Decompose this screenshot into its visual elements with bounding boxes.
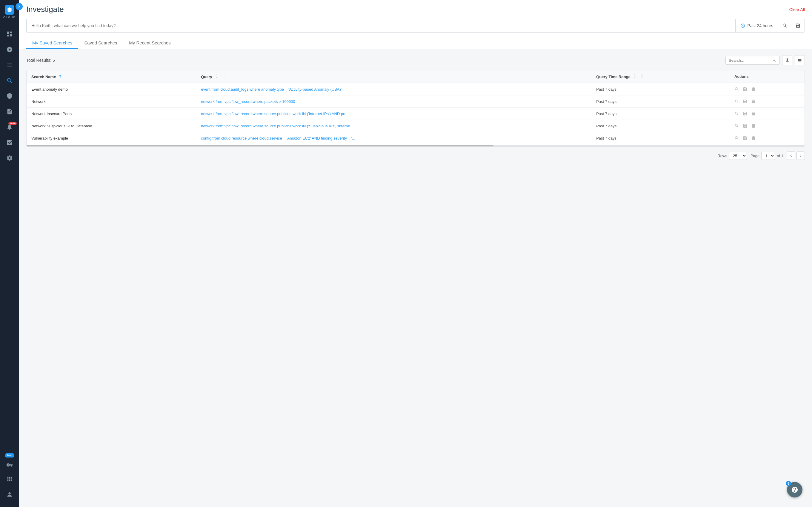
cell-actions-3 [729, 120, 805, 132]
sidebar-item-list[interactable] [0, 57, 19, 73]
query-link-0[interactable]: event from cloud.audit_logs where anomal… [201, 87, 342, 92]
results-table-container: Search Name Query [26, 70, 805, 147]
cell-time-range-1: Past 7 days [592, 96, 729, 108]
save-icon-0[interactable] [743, 87, 748, 92]
search-button[interactable] [778, 19, 792, 32]
rows-selector: Rows 25 50 100 [717, 152, 747, 160]
sort-asc-icon [58, 74, 62, 78]
save-icon-3[interactable] [743, 123, 748, 128]
tab-my-saved-searches[interactable]: My Saved Searches [26, 37, 78, 49]
cell-search-name-4: Vulnerability example [27, 132, 196, 144]
delete-icon-4[interactable] [751, 136, 756, 140]
sidebar-item-compliance[interactable] [0, 135, 19, 150]
col-search-name[interactable]: Search Name [27, 70, 196, 83]
sidebar-item-reports[interactable] [0, 104, 19, 119]
page-title: Investigate [26, 5, 64, 14]
cell-query-3: network from vpc.flow_record where sourc… [196, 120, 592, 132]
help-button[interactable]: 6 [787, 482, 803, 498]
sidebar-item-investigate[interactable] [0, 73, 19, 88]
help-badge: 6 [786, 481, 791, 486]
drag-icon-timerange [640, 74, 644, 78]
cell-actions-2 [729, 108, 805, 120]
tab-saved-searches[interactable]: Saved Searches [78, 37, 123, 49]
main-content: Investigate Clear All Past 24 hours [19, 0, 812, 507]
page-label: Page [751, 154, 759, 158]
col-query[interactable]: Query [196, 70, 592, 83]
table-scroll-area[interactable]: Search Name Query [27, 70, 805, 145]
query-link-1[interactable]: network from vpc.flow_record where packe… [201, 99, 295, 104]
top-bar: Investigate Clear All Past 24 hours [19, 0, 812, 49]
sidebar-item-integrations[interactable] [0, 471, 19, 487]
trial-badge: Trial [5, 453, 14, 457]
columns-button[interactable] [795, 55, 805, 65]
cell-query-1: network from vpc.flow_record where packe… [196, 96, 592, 108]
delete-icon-2[interactable] [751, 111, 756, 116]
cell-search-name-1: Network [27, 96, 196, 108]
download-button[interactable] [782, 55, 792, 65]
sidebar-bottom: Trial [0, 456, 19, 507]
table-row: Network Suspicious IP to Database networ… [27, 120, 805, 132]
sidebar-item-dashboard[interactable] [0, 26, 19, 42]
delete-icon-0[interactable] [751, 87, 756, 92]
run-search-icon-0[interactable] [734, 87, 739, 92]
query-link-3[interactable]: network from vpc.flow_record where sourc… [201, 124, 353, 128]
run-search-icon-3[interactable] [734, 123, 739, 128]
sidebar-item-profile[interactable] [0, 487, 19, 502]
clear-all-button[interactable]: Clear All [789, 7, 805, 12]
content-area: Total Results: 5 [19, 49, 812, 507]
sidebar-nav: 1889 [0, 24, 19, 456]
app-logo[interactable]: CLOUD [0, 0, 19, 24]
query-link-2[interactable]: network from vpc.flow_record where sourc… [201, 112, 350, 116]
delete-icon-1[interactable] [751, 99, 756, 104]
time-filter[interactable]: Past 24 hours [735, 19, 778, 32]
sidebar-item-trial[interactable]: Trial [0, 456, 19, 471]
filter-input[interactable] [729, 58, 770, 63]
results-header: Total Results: 5 [26, 55, 805, 65]
results-actions [725, 55, 805, 65]
save-icon-4[interactable] [743, 136, 748, 140]
delete-icon-3[interactable] [751, 123, 756, 128]
cell-actions-1 [729, 96, 805, 108]
tab-my-recent-searches[interactable]: My Recent Searches [123, 37, 176, 49]
filter-search-box [725, 56, 780, 65]
main-search-input[interactable] [27, 20, 735, 32]
results-table: Search Name Query [27, 70, 805, 144]
results-count: Total Results: 5 [26, 58, 55, 63]
cell-actions-4 [729, 132, 805, 144]
sort-icon-timerange [632, 74, 637, 78]
table-row: Vulnerability example config from cloud.… [27, 132, 805, 144]
scroll-thumb [27, 145, 494, 147]
pagination: Rows 25 50 100 Page 1 of 1 [26, 147, 805, 161]
drag-icon-name [65, 74, 69, 78]
rows-label: Rows [717, 154, 727, 158]
drag-icon-query [221, 74, 226, 78]
search-bar: Past 24 hours [26, 19, 805, 33]
sidebar-item-alerts[interactable]: 1889 [0, 119, 19, 135]
cell-query-4: config from cloud.resource where cloud.s… [196, 132, 592, 144]
page-select-input[interactable]: 1 [761, 152, 775, 160]
page-header: Investigate Clear All [26, 5, 805, 14]
cell-time-range-4: Past 7 days [592, 132, 729, 144]
col-query-time-range[interactable]: Query Time Range [592, 70, 729, 83]
next-page-button[interactable] [797, 152, 805, 160]
cell-actions-0 [729, 83, 805, 96]
table-row: Event anomaly demo event from cloud.audi… [27, 83, 805, 96]
pagination-nav [787, 152, 805, 160]
run-search-icon-2[interactable] [734, 111, 739, 116]
save-icon-2[interactable] [743, 111, 748, 116]
sidebar-item-shield[interactable] [0, 88, 19, 104]
save-search-button[interactable] [792, 19, 805, 32]
sidebar: CLOUD [0, 0, 19, 507]
sidebar-item-settings[interactable] [0, 150, 19, 166]
rows-select-input[interactable]: 25 50 100 [729, 152, 747, 160]
query-link-4[interactable]: config from cloud.resource where cloud.s… [201, 136, 355, 140]
cell-time-range-2: Past 7 days [592, 108, 729, 120]
run-search-icon-4[interactable] [734, 136, 739, 140]
save-icon-1[interactable] [743, 99, 748, 104]
prev-page-button[interactable] [787, 152, 795, 160]
cell-time-range-0: Past 7 days [592, 83, 729, 96]
sidebar-item-activity[interactable] [0, 42, 19, 57]
run-search-icon-1[interactable] [734, 99, 739, 104]
sidebar-toggle[interactable] [15, 3, 23, 10]
logo-icon [5, 5, 14, 15]
